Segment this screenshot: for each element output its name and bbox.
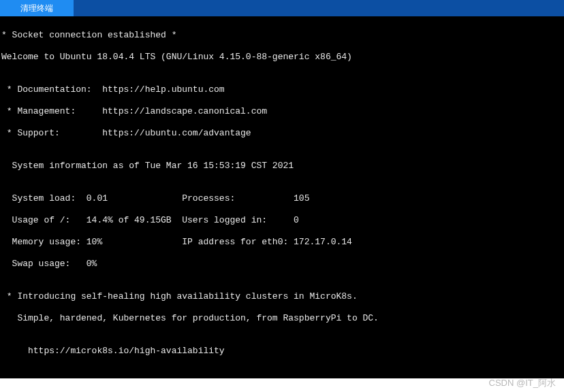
header-bar: 清理终端 (0, 0, 564, 16)
terminal-line: Swap usage: 0% (1, 259, 563, 270)
terminal-output[interactable]: * Socket connection established * Welcom… (0, 16, 564, 378)
terminal-line: https://microk8s.io/high-availability (1, 346, 563, 357)
clear-terminal-tab[interactable]: 清理终端 (0, 0, 74, 16)
terminal-line: * Introducing self-healing high availabi… (1, 291, 563, 302)
terminal-line: Memory usage: 10% IP address for eth0: 1… (1, 237, 563, 248)
watermark: CSDN @IT_阿水 (489, 377, 556, 389)
terminal-line: Simple, hardened, Kubernetes for product… (1, 313, 563, 324)
terminal-line: System load: 0.01 Processes: 105 (1, 193, 563, 204)
terminal-line: * Support: https://ubuntu.com/advantage (1, 128, 563, 139)
terminal-line: * Documentation: https://help.ubuntu.com (1, 84, 563, 95)
terminal-line: System information as of Tue Mar 16 15:5… (1, 161, 563, 172)
terminal-line: * Management: https://landscape.canonica… (1, 106, 563, 117)
terminal-line: Usage of /: 14.4% of 49.15GB Users logge… (1, 215, 563, 226)
terminal-line: * Socket connection established * (1, 30, 563, 41)
terminal-line: Welcome to Ubuntu 18.04.4 LTS (GNU/Linux… (1, 52, 563, 63)
